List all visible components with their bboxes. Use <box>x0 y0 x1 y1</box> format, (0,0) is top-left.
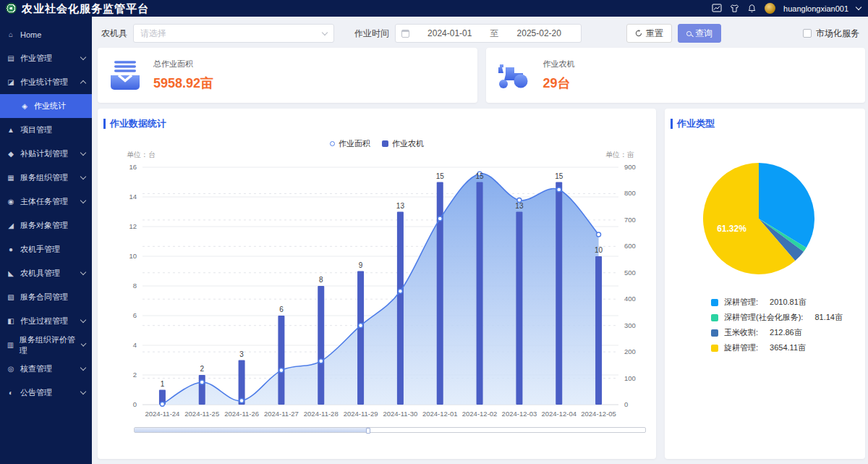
chevron-down-icon <box>80 54 86 60</box>
bar-value-label: 2 <box>200 365 204 373</box>
pie-legend-item[interactable]: 旋耕管理:3654.11亩 <box>711 342 843 353</box>
x-axis-tick: 2024-12-05 <box>581 410 616 418</box>
line-point-marker[interactable] <box>557 187 561 192</box>
bar[interactable] <box>595 256 602 405</box>
bar[interactable] <box>556 182 562 405</box>
chevron-up-icon <box>80 80 86 86</box>
sidebar-item[interactable]: ◢服务对象管理 <box>0 214 92 237</box>
stat-value: 5958.92亩 <box>153 75 213 92</box>
left-axis-tick: 14 <box>129 193 137 201</box>
jobs-icon: ▤ <box>7 54 15 62</box>
bar[interactable] <box>239 360 245 405</box>
job-stats-mgmt-icon: ◪ <box>7 78 15 86</box>
x-axis-tick: 2024-12-04 <box>541 410 576 418</box>
machinery-icon: ◣ <box>7 269 15 277</box>
bell-icon[interactable] <box>747 4 757 13</box>
query-button[interactable]: 查询 <box>678 24 721 43</box>
sidebar-item[interactable]: ◐公告管理 <box>0 381 92 405</box>
shirt-icon[interactable] <box>730 4 739 13</box>
sidebar-item[interactable]: ◣农机具管理 <box>0 261 92 285</box>
calendar-icon <box>401 30 409 38</box>
refresh-icon <box>635 30 642 37</box>
sidebar-item-label: 核查管理 <box>20 363 52 374</box>
bar-value-label: 8 <box>319 276 323 284</box>
date-end-value[interactable]: 2025-02-20 <box>503 28 576 38</box>
title-accent-bar <box>671 119 673 129</box>
pie-legend-item[interactable]: 深耕管理(社会化服务):81.14亩 <box>711 312 843 323</box>
combo-chart-svg: 0246810121416010020030040050060070080090… <box>98 156 656 423</box>
line-point-marker[interactable] <box>239 399 244 403</box>
sidebar-item[interactable]: ◈作业统计 <box>0 94 92 118</box>
pie-percentage-label: 61.32% <box>717 224 746 234</box>
sidebar-item[interactable]: ▥服务组织评价管理 <box>0 333 92 357</box>
machine-filter-label: 农机具 <box>101 28 127 40</box>
right-axis-tick: 800 <box>624 189 636 197</box>
line-point-marker[interactable] <box>319 359 323 363</box>
legend-label: 作业农机 <box>392 138 424 149</box>
topbar-actions: huanglongxian001 <box>712 3 861 14</box>
sidebar-item-label: 公告管理 <box>20 387 52 398</box>
x-axis-tick: 2024-11-29 <box>344 410 378 418</box>
line-point-marker[interactable] <box>279 368 284 373</box>
datazoom-slider[interactable] <box>134 427 646 433</box>
right-axis-tick: 500 <box>624 269 636 277</box>
pie-legend-item[interactable]: 深耕管理:2010.81亩 <box>711 297 843 308</box>
line-point-marker[interactable] <box>398 289 402 293</box>
sidebar-item[interactable]: ▤作业管理 <box>0 46 92 70</box>
date-separator: 至 <box>490 28 499 40</box>
line-point-marker[interactable] <box>160 402 164 406</box>
bar[interactable] <box>397 212 404 405</box>
date-range-input[interactable]: 2024-01-01 至 2025-02-20 <box>395 24 582 43</box>
x-axis-tick: 2024-11-30 <box>383 410 417 418</box>
bar[interactable] <box>318 286 324 405</box>
bar[interactable] <box>278 316 284 405</box>
app-title: 农业社会化服务监管平台 <box>22 0 149 17</box>
x-axis-tick: 2024-11-26 <box>224 410 259 418</box>
stat-label: 总作业面积 <box>153 59 213 69</box>
line-point-marker[interactable] <box>597 232 601 237</box>
x-axis-tick: 2024-11-25 <box>184 410 219 418</box>
stat-cards-row: 总作业面积 5958.92亩 作业农机 29台 <box>98 48 865 103</box>
date-start-value[interactable]: 2024-01-01 <box>414 28 486 38</box>
service-org-icon: ▦ <box>7 174 15 182</box>
sidebar-item[interactable]: ⌂Home <box>0 22 92 46</box>
sidebar-item[interactable]: ◉主体任务管理 <box>0 190 92 214</box>
line-point-marker[interactable] <box>200 380 204 384</box>
bar-value-label: 9 <box>359 261 363 269</box>
market-service-checkbox[interactable]: 市场化服务 <box>803 28 859 40</box>
line-point-marker[interactable] <box>438 216 442 221</box>
datazoom-window[interactable] <box>135 428 370 432</box>
reset-button[interactable]: 重置 <box>626 24 672 43</box>
legend-item[interactable]: 作业面积 <box>330 138 370 149</box>
contract-icon: ▧ <box>7 293 15 301</box>
bar-value-label: 10 <box>595 246 603 254</box>
avatar[interactable] <box>765 3 775 14</box>
process-icon: ◧ <box>7 317 15 325</box>
sidebar-item[interactable]: ▧服务合同管理 <box>0 285 92 309</box>
bar[interactable] <box>516 212 522 405</box>
legend-item[interactable]: 作业农机 <box>382 138 424 149</box>
right-axis-tick: 0 <box>624 400 628 408</box>
line-point-marker[interactable] <box>359 324 363 328</box>
chart-shortcut-icon[interactable] <box>712 4 722 13</box>
machine-select[interactable]: 请选择 <box>133 24 334 43</box>
sidebar-item[interactable]: ◆补贴计划管理 <box>0 142 92 166</box>
pie-legend-item[interactable]: 玉米收割:212.86亩 <box>711 327 843 338</box>
notice-icon: ◐ <box>7 389 15 397</box>
sidebar-item[interactable]: ◎核查管理 <box>0 357 92 381</box>
operator-icon: ● <box>7 245 15 253</box>
bar[interactable] <box>477 182 483 405</box>
sidebar-item[interactable]: ◧作业过程管理 <box>0 309 92 333</box>
stat-value: 29台 <box>543 75 575 92</box>
sidebar-item[interactable]: ▦服务组织管理 <box>0 166 92 190</box>
username[interactable]: huanglongxian001 <box>783 4 848 13</box>
sidebar-item[interactable]: ◪作业统计管理 <box>0 70 92 94</box>
project-icon: ▲ <box>7 126 15 134</box>
bar[interactable] <box>357 271 364 405</box>
sidebar-item[interactable]: ●农机手管理 <box>0 237 92 261</box>
x-axis-tick: 2024-12-01 <box>422 410 458 418</box>
sidebar-item[interactable]: ▲项目管理 <box>0 118 92 142</box>
left-axis-tick: 12 <box>129 222 137 230</box>
search-icon <box>686 31 692 36</box>
bar[interactable] <box>199 375 205 405</box>
